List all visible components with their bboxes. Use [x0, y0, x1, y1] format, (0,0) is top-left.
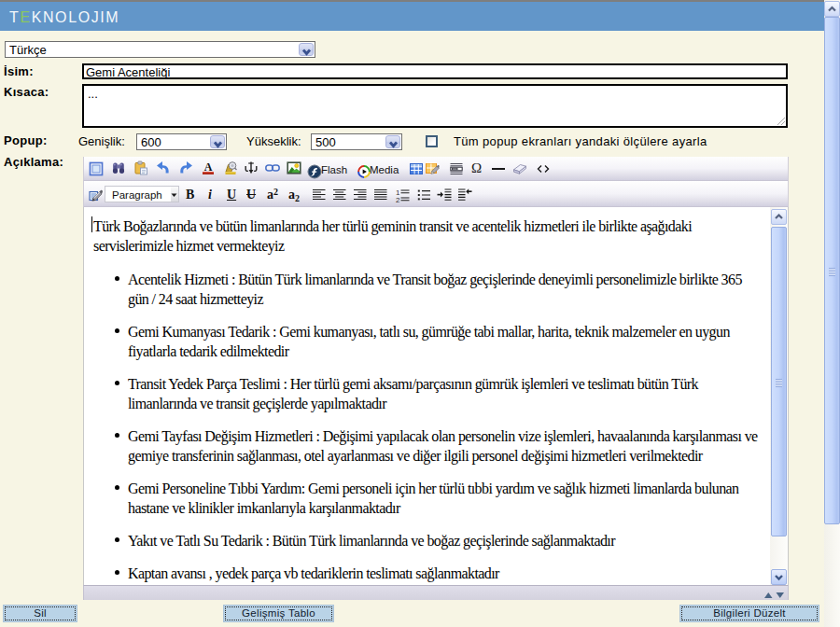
svg-text:2: 2 — [396, 196, 400, 203]
svg-text:A: A — [204, 160, 213, 174]
